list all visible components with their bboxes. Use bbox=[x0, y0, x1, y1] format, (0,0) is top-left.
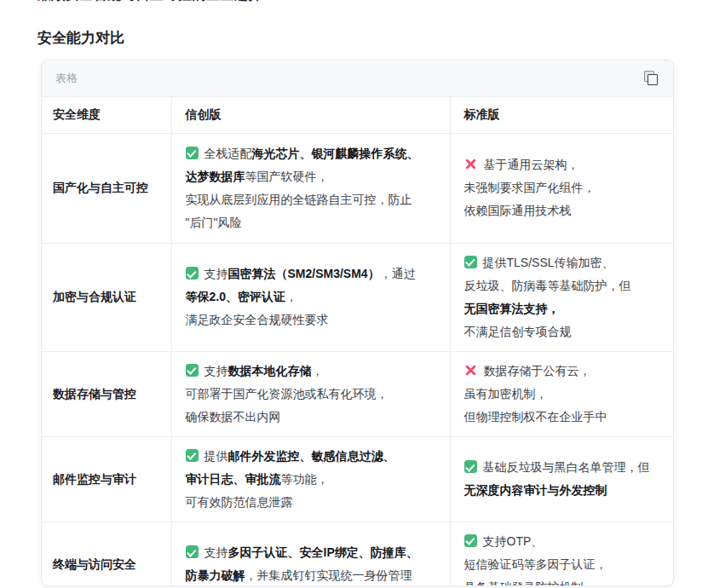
table-row: 终端与访问安全支持多因子认证、安全IP绑定、防撞库、防暴力破解，并集成钉钉实现统… bbox=[42, 522, 674, 586]
text-segment-bold: 邮件外发监控、敏感信息过滤、 bbox=[228, 449, 395, 463]
text-segment: 未强制要求国产化组件， bbox=[464, 181, 596, 194]
dimension-cell: 邮件监控与审计 bbox=[42, 436, 171, 522]
text-segment: 基础反垃圾与黑白名单管理，但 bbox=[483, 460, 650, 474]
column-header-standard: 标准版 bbox=[450, 97, 674, 133]
text-segment: 支持 bbox=[204, 364, 228, 378]
cell-line: 基于通用云架构， bbox=[464, 153, 664, 176]
text-segment: 提供TLS/SSL传输加密、 bbox=[483, 256, 614, 269]
cell-line: 达梦数据库等国产软硬件， bbox=[186, 165, 438, 188]
cell-line: 确保数据不出内网 bbox=[186, 406, 438, 429]
cell-line: 满足政企安全合规硬性要求 bbox=[186, 308, 438, 331]
text-segment: ， bbox=[285, 290, 297, 303]
check-icon bbox=[186, 545, 199, 558]
copy-button[interactable] bbox=[642, 69, 660, 88]
table-row: 邮件监控与审计提供邮件外发监控、敏感信息过滤、审计日志、审批流等功能，可有效防范… bbox=[42, 436, 674, 522]
text-segment: 支持 bbox=[204, 545, 228, 559]
check-icon bbox=[464, 534, 477, 547]
cell-line: 支持OTP、 bbox=[464, 530, 664, 553]
text-segment-bold: 无深度内容审计与外发控制 bbox=[464, 483, 607, 497]
cell-line: 反垃圾、防病毒等基础防护，但 bbox=[464, 274, 664, 297]
check-icon bbox=[186, 147, 199, 159]
xinchuang-cell: 全栈适配海光芯片、银河麒麟操作系统、达梦数据库等国产软硬件，实现从底层到应用的全… bbox=[171, 133, 450, 243]
text-segment-bold: 无国密算法支持， bbox=[464, 302, 560, 315]
text-segment: 等功能， bbox=[281, 472, 329, 486]
text-segment: 支持 bbox=[204, 267, 228, 280]
page: 兼顾安全合规与自主可控的企业选择 安全能力对比 表格 安全维度 信创版 标准版 … bbox=[0, 0, 708, 588]
dimension-cell: 数据存储与管控 bbox=[42, 351, 171, 436]
text-segment-bold: 多因子认证、安全IP绑定、防撞库、 bbox=[228, 545, 418, 559]
text-segment: 支持OTP、 bbox=[483, 534, 544, 548]
text-segment: ，并集成钉钉实现统一身份管理 bbox=[245, 568, 412, 582]
cell-line: 数据存储于公有云， bbox=[464, 360, 664, 383]
clipped-text-line: 兼顾安全合规与自主可控的企业选择 bbox=[37, 0, 262, 5]
cell-line: 实现从底层到应用的全链路自主可控，防止 bbox=[186, 188, 438, 211]
cell-line: 支持多因子认证、安全IP绑定、防撞库、 bbox=[186, 541, 438, 564]
table-header-row: 安全维度 信创版 标准版 bbox=[42, 97, 674, 133]
check-icon bbox=[464, 460, 477, 473]
text-segment: 数据存储于公有云， bbox=[484, 364, 591, 378]
text-segment: 基于通用云架构， bbox=[484, 158, 579, 171]
text-segment: 但物理控制权不在企业手中 bbox=[464, 410, 607, 424]
xinchuang-cell: 提供邮件外发监控、敏感信息过滤、审计日志、审批流等功能，可有效防范信息泄露 bbox=[171, 436, 450, 522]
text-segment: 全栈适配 bbox=[204, 147, 252, 160]
cell-line: 提供邮件外发监控、敏感信息过滤、 bbox=[186, 445, 438, 468]
cross-icon bbox=[464, 158, 478, 170]
comparison-table: 安全维度 信创版 标准版 国产化与自主可控全栈适配海光芯片、银河麒麟操作系统、达… bbox=[42, 97, 674, 586]
cell-line: 短信验证码等多因子认证， bbox=[464, 553, 664, 576]
text-segment-bold: 等保2.0、密评认证 bbox=[186, 290, 285, 303]
text-segment: 可部署于国产化资源池或私有化环境， bbox=[186, 387, 389, 401]
cell-line: 基础反垃圾与黑白名单管理，但 bbox=[464, 456, 664, 479]
cell-line: 无国密算法支持， bbox=[464, 297, 664, 320]
cross-icon bbox=[464, 364, 478, 377]
xinchuang-cell: 支持国密算法（SM2/SM3/SM4），通过等保2.0、密评认证，满足政企安全合… bbox=[171, 243, 450, 351]
text-segment-bold: 数据本地化存储 bbox=[228, 364, 312, 378]
standard-cell: 提供TLS/SSL传输加密、反垃圾、防病毒等基础防护，但无国密算法支持，不满足信… bbox=[450, 243, 674, 351]
cell-line: 无深度内容审计与外发控制 bbox=[464, 479, 664, 502]
text-segment-bold: 海光芯片、银河麒麟操作系统、 bbox=[252, 147, 419, 160]
text-segment: ，通过 bbox=[380, 267, 416, 280]
text-segment: 短信验证码等多因子认证， bbox=[464, 557, 607, 571]
text-segment-bold: 审计日志、审批流 bbox=[186, 472, 281, 486]
cell-line: 依赖国际通用技术栈 bbox=[464, 199, 664, 222]
text-segment: 满足政企安全合规硬性要求 bbox=[186, 313, 329, 326]
cell-line: 未强制要求国产化组件， bbox=[464, 176, 664, 199]
check-icon bbox=[186, 267, 199, 280]
cell-line: 支持数据本地化存储， bbox=[186, 360, 438, 383]
cell-line: 虽有加密机制， bbox=[464, 383, 664, 406]
text-segment: 可有效防范信息泄露 bbox=[186, 495, 293, 509]
table-row: 国产化与自主可控全栈适配海光芯片、银河麒麟操作系统、达梦数据库等国产软硬件，实现… bbox=[42, 133, 674, 243]
table-card: 表格 安全维度 信创版 标准版 国产化与自主可控全栈适配海光芯片、银河麒麟操作系… bbox=[41, 60, 674, 586]
xinchuang-cell: 支持多因子认证、安全IP绑定、防撞库、防暴力破解，并集成钉钉实现统一身份管理 bbox=[171, 522, 450, 586]
cell-line: 不满足信创专项合规 bbox=[464, 320, 664, 343]
check-icon bbox=[186, 364, 199, 377]
cell-line: 可部署于国产化资源池或私有化环境， bbox=[186, 383, 438, 406]
table-card-header: 表格 bbox=[42, 61, 673, 97]
table-row: 数据存储与管控支持数据本地化存储，可部署于国产化资源池或私有化环境，确保数据不出… bbox=[42, 351, 674, 436]
dimension-cell: 加密与合规认证 bbox=[42, 243, 171, 351]
cell-line: 但物理控制权不在企业手中 bbox=[464, 406, 664, 429]
cell-line: 审计日志、审批流等功能， bbox=[186, 468, 438, 491]
copy-icon bbox=[644, 71, 658, 85]
text-segment: 确保数据不出内网 bbox=[186, 410, 281, 424]
card-title: 表格 bbox=[55, 71, 78, 86]
cell-line: 具备基础登录防护机制 bbox=[464, 576, 664, 587]
cell-line: "后门"风险 bbox=[186, 211, 438, 234]
text-segment: 实现从底层到应用的全链路自主可控，防止 bbox=[186, 193, 412, 206]
check-icon bbox=[186, 449, 199, 462]
column-header-dimension: 安全维度 bbox=[42, 97, 171, 133]
text-segment: 具备基础登录防护机制 bbox=[464, 580, 584, 587]
text-segment: 提供 bbox=[204, 449, 228, 463]
cell-line: 支持国密算法（SM2/SM3/SM4），通过 bbox=[186, 262, 438, 285]
text-segment-bold: 达梦数据库 bbox=[186, 170, 245, 183]
dimension-cell: 终端与访问安全 bbox=[42, 522, 171, 586]
cell-line: 等保2.0、密评认证， bbox=[186, 285, 438, 308]
text-segment-bold: 防暴力破解 bbox=[186, 568, 245, 582]
standard-cell: 基础反垃圾与黑白名单管理，但无深度内容审计与外发控制 bbox=[450, 436, 674, 522]
xinchuang-cell: 支持数据本地化存储，可部署于国产化资源池或私有化环境，确保数据不出内网 bbox=[171, 351, 450, 436]
standard-cell: 数据存储于公有云，虽有加密机制，但物理控制权不在企业手中 bbox=[450, 351, 674, 436]
standard-cell: 基于通用云架构，未强制要求国产化组件，依赖国际通用技术栈 bbox=[450, 133, 674, 243]
text-segment: 不满足信创专项合规 bbox=[464, 325, 572, 338]
text-segment: 依赖国际通用技术栈 bbox=[464, 204, 572, 217]
text-segment: 等国产软硬件， bbox=[245, 170, 329, 183]
text-segment: "后门"风险 bbox=[186, 216, 242, 229]
